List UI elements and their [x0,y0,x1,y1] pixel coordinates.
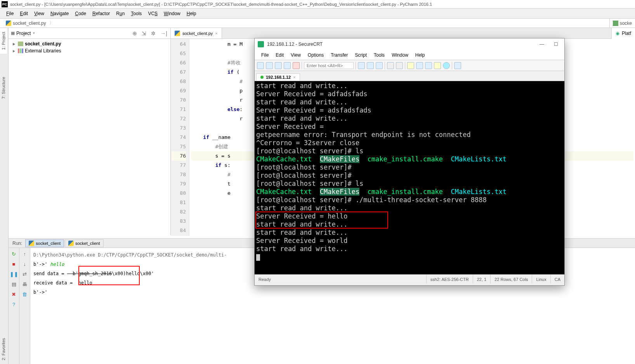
menu-tools[interactable]: Tools [128,9,145,18]
run-gutter-right: ↑ ↓ ⇄ 🖶 🗑 [19,248,30,364]
close-icon[interactable]: ✖ [10,291,17,298]
toolbar-connect-icon[interactable] [257,62,264,69]
sc-menu-tools[interactable]: Tools [370,51,388,59]
toolbar-printer-icon[interactable] [396,62,403,69]
scroll-to-icon[interactable]: ⊕ [132,29,138,37]
vtab-project[interactable]: 1: Project [0,28,7,54]
toolbar-paste-icon[interactable] [367,62,374,69]
menu-navigate[interactable]: Navigate [47,9,72,18]
project-tree: ▸ socket_client.py ▸ External Libraries [9,39,170,56]
toolbar-key-icon[interactable] [434,62,441,69]
layout-icon[interactable]: ▤ [10,281,17,288]
rerun-icon[interactable]: ↻ [10,250,17,257]
toolbar-copy-icon[interactable] [358,62,365,69]
close-icon[interactable]: × [293,75,295,80]
line-number: 82 [172,207,186,217]
menu-window[interactable]: Window [161,9,184,18]
tree-item-file[interactable]: ▸ socket_client.py [10,40,169,47]
toolbar-disconnect-icon[interactable] [293,62,300,69]
host-input[interactable] [304,62,354,69]
toolbar-info-icon[interactable] [443,62,450,69]
toolbar-session-icon[interactable] [416,62,423,69]
up-arrow-icon[interactable]: ↑ [21,250,28,257]
sc-menu-edit[interactable]: Edit [272,51,287,59]
toolbar-properties-icon[interactable] [407,62,414,69]
python-file-icon [6,21,11,26]
editor-tab[interactable]: socket_client.py × [171,28,222,38]
menu-code[interactable]: Code [72,9,89,18]
breadcrumb-label: socket_client.py [13,21,46,26]
toolbar-reconnect-icon[interactable] [284,62,291,69]
toolbar-tools-icon[interactable] [425,62,432,69]
folder-icon [18,42,23,46]
breadcrumb-file[interactable]: socket_client.py [3,19,49,27]
pause-icon[interactable]: ❚❚ [10,270,17,277]
toolbar-find-icon[interactable] [376,62,383,69]
right-tag-socket[interactable]: socke [609,19,635,28]
python-file-icon [29,241,34,246]
line-number: 68 [172,77,186,86]
line-number: 64 [172,40,186,49]
sc-tab[interactable]: 192.168.1.12 × [256,73,300,81]
line-number: 71 [172,105,186,114]
stop-icon[interactable]: ■ [10,260,17,267]
collapse-icon[interactable]: ⇲ [141,29,147,37]
menu-view[interactable]: View [31,9,47,18]
project-panel-header: ▦ Project ▼ ⊕ ⇲ ✲ →| [9,28,170,39]
sc-tab-label: 192.168.1.12 [266,75,291,80]
toolbar-print-icon[interactable] [387,62,394,69]
menu-edit[interactable]: Edit [17,9,31,18]
toolbar-separator [385,62,385,69]
minimize-icon[interactable]: — [536,42,547,47]
project-panel: ▦ Project ▼ ⊕ ⇲ ✲ →| ▸ socket_client.py … [9,28,171,235]
sc-menu-help[interactable]: Help [412,51,429,59]
trash-icon[interactable]: 🗑 [21,291,28,298]
securecrt-icon [258,41,264,47]
tree-item-libs[interactable]: ▸ External Libraries [10,47,169,54]
gear-icon[interactable]: ✲ [150,29,156,37]
toolbar-quick-icon[interactable] [266,62,273,69]
vtab-favorites[interactable]: 2: Favorites [0,334,7,364]
menu-vcs[interactable]: VCS [145,9,161,18]
run-tab-active[interactable]: socket_client [25,239,64,247]
sc-menu-script[interactable]: Script [351,51,370,59]
toolbar-separator [452,62,452,69]
tree-item-label: socket_client.py [25,41,61,47]
close-icon[interactable]: × [215,31,217,36]
menu-help[interactable]: Help [184,9,200,18]
maximize-icon[interactable]: ☐ [550,42,561,47]
sc-menu-transfer[interactable]: Transfer [327,51,351,59]
print-icon[interactable]: 🖶 [21,281,28,288]
status-os: Linux [532,275,550,284]
line-number: 72 [172,114,186,123]
down-arrow-icon[interactable]: ↓ [21,260,28,267]
toolbar-separator [302,62,302,69]
tree-item-label: External Libraries [25,48,61,54]
wrap-icon[interactable]: ⇄ [21,270,28,277]
hide-icon[interactable]: →| [160,29,168,37]
status-cap: CA [551,275,564,284]
status-ready: Ready [255,275,427,284]
menu-file[interactable]: File [3,9,17,18]
run-tab-inactive[interactable]: socket_client [65,239,104,247]
toolbar-tab-icon[interactable] [275,62,282,69]
sc-menu-window[interactable]: Window [388,51,412,59]
help-icon[interactable]: ? [10,301,17,308]
toolbar-misc-icon[interactable] [454,62,461,69]
status-dims: 22 Rows, 67 Cols [491,275,532,284]
menu-refactor[interactable]: Refactor [89,9,113,18]
sc-menu-options[interactable]: Options [304,51,327,59]
right-float-label: Platf [622,31,631,36]
pycharm-menubar: File Edit View Navigate Code Refactor Ru… [0,9,635,19]
sc-title-bar[interactable]: 192.168.1.12 - SecureCRT — ☐ [255,38,564,50]
sc-menu-view[interactable]: View [287,51,304,59]
securecrt-window: 192.168.1.12 - SecureCRT — ☐ File Edit V… [254,38,565,286]
sc-menu-file[interactable]: File [258,51,272,59]
vtab-structure[interactable]: 7: Structure [0,73,7,103]
vertical-tabs: 1: Project 7: Structure 2: Favorites [0,28,9,364]
menu-run[interactable]: Run [113,9,128,18]
terminal[interactable]: start read and write... Server Received … [255,81,564,274]
right-float-panel[interactable]: ◉ Platf [611,28,635,39]
line-number: 77 [172,161,186,170]
project-panel-title[interactable]: ▦ Project ▼ [11,31,128,36]
